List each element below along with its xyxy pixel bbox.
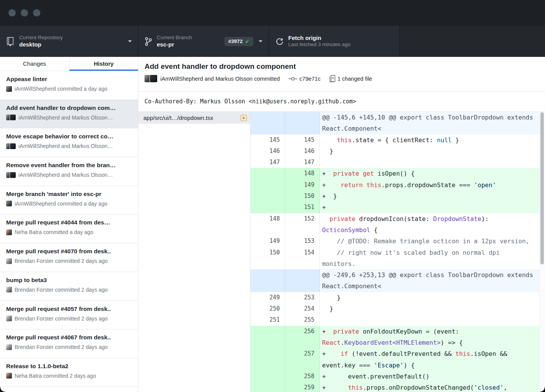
commit-item-byline: iAmWillShepherd and Markus Olsson… [6, 115, 132, 121]
diff-code-text: + private get isOpen() { [322, 168, 533, 179]
commit-header: Add event handler to dropdown component … [138, 57, 545, 91]
code-token [359, 170, 363, 177]
diff-row: @@ -145,6 +145,10 @@ export class Toolba… [251, 112, 539, 135]
commit-list-item[interactable]: Remove event handler from the bran…iAmWi… [0, 157, 138, 186]
diff-old-line-number [251, 348, 285, 371]
diff-new-line-number: 153 [285, 236, 320, 247]
commit-list-item[interactable]: bump to beta3Brendan Forster committed 2… [0, 272, 138, 301]
diff-new-line-number: 154 [285, 247, 320, 270]
diff-code-text: @@ -249,6 +253,13 @@ export class Toolba… [322, 269, 533, 292]
code-token: 'open' [474, 181, 496, 189]
avatar [150, 75, 157, 82]
diff-new-line-number [285, 269, 320, 292]
git-branch-icon [145, 37, 152, 47]
tab-changes[interactable]: Changes [0, 57, 69, 71]
tab-history[interactable]: History [69, 57, 138, 71]
avatar [6, 344, 12, 350]
commit-item-title: Merge branch 'master' into esc-pr [6, 191, 132, 198]
commit-list-item[interactable]: Merge pull request #4067 from desk..Bren… [0, 329, 138, 358]
avatar-group [6, 143, 16, 149]
diff-old-line-number [251, 191, 285, 202]
diff-code-line: } [320, 146, 539, 157]
commit-item-byline: iAmWillShepherd committed a day ago [6, 201, 132, 207]
diff-new-line-number: 256 [285, 326, 320, 349]
commit-item-byline-text: iAmWillShepherd committed a day ago [15, 201, 107, 207]
diff-code-line [320, 314, 539, 326]
diff-new-line-number: 147 [285, 157, 320, 168]
commit-list-item[interactable]: Merge pull request #4070 from desk..Bren… [0, 243, 138, 272]
diff-old-line-number: 148 [251, 213, 285, 236]
fetch-origin-button[interactable]: Fetch origin Last fetched 3 minutes ago [269, 26, 400, 57]
diff-row: 259+ this.props.onDropdownStateChanged('… [251, 382, 539, 392]
commit-list-item[interactable]: Move escape behavior to correct co…iAmWi… [0, 128, 138, 157]
diff-row: 256+ private onFoldoutKeyDown = (event: … [251, 326, 539, 349]
commit-list-item[interactable]: Release to 1.1.0-beta2Neha Batra committ… [0, 358, 138, 387]
commit-list-item[interactable]: Appease linteriAmWillShepherd committed … [0, 71, 138, 100]
branch-dropdown-button[interactable]: Current Branch esc-pr #3972 ✓ [138, 26, 269, 57]
diff-old-line-number [251, 168, 285, 179]
diff-new-line-number: 150 [285, 191, 320, 202]
commit-list-item[interactable]: Merge pull request #4057 from desk..Bren… [0, 301, 138, 330]
commit-list-item[interactable]: Merge pull request #4073 from desk.. [0, 387, 138, 392]
code-token: ): [481, 215, 492, 223]
avatar [10, 143, 16, 149]
avatar-group [6, 201, 12, 206]
commit-item-byline: Brendan Forster committed 2 days ago [6, 316, 132, 322]
commit-item-byline-text: iAmWillShepherd and Markus Olsson… [18, 115, 113, 121]
diff-row: 148152 private dropdownIcon(state: Dropd… [251, 213, 539, 236]
scrollbar-thumb[interactable] [540, 112, 544, 264]
scrollbar-track[interactable] [539, 112, 545, 392]
chevron-down-icon [259, 40, 263, 42]
diff-old-line-number: 249 [251, 292, 285, 303]
repository-dropdown-button[interactable]: Current Repository desktop [0, 26, 138, 57]
sidebar-tabs: Changes History [0, 57, 138, 71]
diff-new-line-number: 148 [285, 168, 320, 179]
commit-sha: c79e71c [299, 76, 321, 82]
changed-file-item[interactable]: app/src/ui/t…/dropdown.tsx [138, 112, 250, 124]
code-token: + [322, 170, 333, 177]
diff-old-line-number [251, 371, 285, 382]
diff-code-line: + [320, 202, 539, 213]
window-close-button[interactable] [8, 9, 16, 17]
diff-new-line-number: 145 [285, 135, 320, 146]
code-token: get [363, 170, 374, 177]
commit-list-item[interactable]: Add event handler to dropdown com…iAmWil… [0, 100, 138, 129]
commit-item-title: Merge pull request #4070 from desk.. [6, 248, 132, 255]
code-token [322, 136, 337, 144]
diff-viewer: @@ -145,6 +145,10 @@ export class Toolba… [251, 112, 545, 392]
diff-old-line-number [251, 112, 285, 135]
diff-row: 149+ return this.props.dropdownState ===… [251, 179, 539, 191]
window-minimize-button[interactable] [21, 9, 28, 17]
diff-code-line: + if (!event.defaultPrevented && this.is… [320, 348, 539, 371]
diff-row: 147147 [251, 157, 539, 168]
code-token: 'closed' [474, 384, 503, 391]
code-token: .state = { clientRect: [352, 136, 437, 144]
diff-new-line-number: 253 [285, 292, 320, 303]
commit-list-item[interactable]: Merge pull request #4044 from des…Neha B… [0, 214, 138, 243]
code-token: return [341, 181, 363, 189]
commit-item-byline-text: iAmWillShepherd committed a day ago [15, 86, 107, 92]
branch-name: esc-pr [157, 41, 192, 48]
code-token: this [337, 136, 352, 144]
diff-row: 151+ [251, 202, 539, 213]
commit-list-item[interactable]: Merge branch 'master' into esc-priAmWill… [0, 186, 138, 215]
diff-new-line-number: 254 [285, 303, 320, 314]
diff-new-line-number: 149 [285, 179, 320, 191]
diff-old-line-number [251, 179, 285, 191]
commit-item-byline-text: Brendan Forster committed 2 days ago [15, 344, 108, 350]
code-token: // @TODO: Remake triangle octicon in a 1… [322, 238, 529, 245]
diff-old-line-number: 146 [251, 146, 285, 157]
window-zoom-button[interactable] [33, 9, 40, 17]
commit-item-title: Release to 1.1.0-beta2 [6, 363, 132, 370]
diff-new-line-number: 259 [285, 382, 320, 392]
code-token [322, 215, 329, 223]
code-token: OcticonSymbol [322, 226, 370, 234]
diff-new-line-number: 152 [285, 213, 320, 236]
diff-new-line-number: 146 [285, 146, 320, 157]
commit-description: Co-Authored-By: Markus Olsson <niik@user… [138, 91, 545, 112]
avatar-group [6, 115, 16, 120]
diff-new-line-number: 257 [285, 348, 320, 371]
commit-item-title: Merge pull request #4057 from desk.. [6, 306, 132, 312]
avatar-group [6, 172, 16, 178]
code-token: } [452, 136, 459, 144]
